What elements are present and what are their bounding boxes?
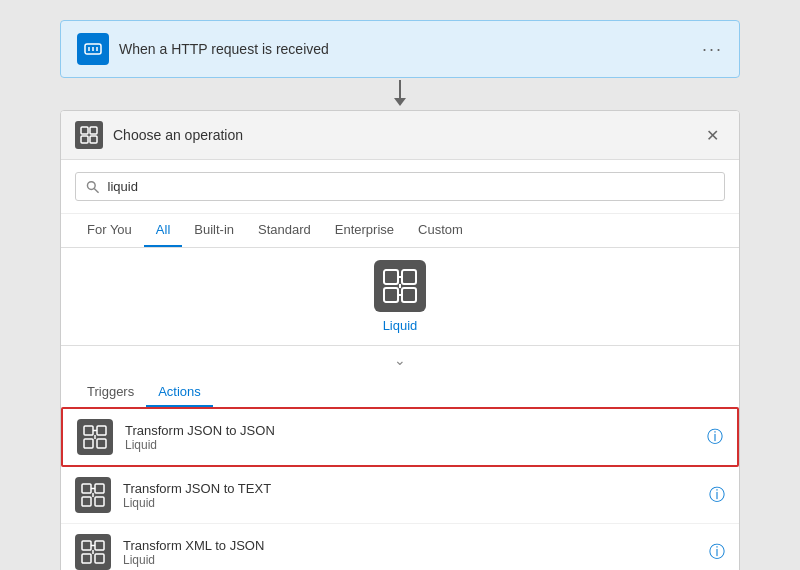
transform-json-json-icon	[83, 425, 107, 449]
flow-container: When a HTTP request is received ··· Choo…	[60, 20, 740, 570]
chevron-down-icon[interactable]: ⌄	[394, 352, 406, 368]
action-list: Transform JSON to JSON Liquid ⓘ	[61, 407, 739, 570]
arrow-head	[394, 98, 406, 106]
panel-header-icon	[75, 121, 103, 149]
tab-custom[interactable]: Custom	[406, 214, 475, 247]
svg-rect-24	[95, 484, 104, 493]
action-subtitle-3: Liquid	[123, 553, 697, 567]
svg-rect-31	[82, 554, 91, 563]
svg-rect-18	[97, 426, 106, 435]
operation-icon	[80, 126, 98, 144]
svg-rect-13	[402, 288, 416, 302]
action-title-1: Transform JSON to JSON	[125, 423, 695, 438]
action-text-2: Transform JSON to TEXT Liquid	[123, 481, 697, 510]
action-item-2[interactable]: Transform JSON to TEXT Liquid ⓘ	[61, 467, 739, 524]
svg-rect-29	[82, 541, 91, 550]
panel-header: Choose an operation ✕	[61, 111, 739, 160]
action-info-3[interactable]: ⓘ	[709, 542, 725, 563]
transform-json-text-icon	[81, 483, 105, 507]
action-item-3[interactable]: Transform XML to JSON Liquid ⓘ	[61, 524, 739, 570]
svg-rect-12	[384, 288, 398, 302]
action-info-2[interactable]: ⓘ	[709, 485, 725, 506]
trigger-card-left: When a HTTP request is received	[77, 33, 329, 65]
flow-arrow	[390, 80, 410, 108]
sub-tabs: Triggers Actions	[61, 372, 739, 407]
svg-rect-11	[402, 270, 416, 284]
action-icon-2	[75, 477, 111, 513]
tab-standard[interactable]: Standard	[246, 214, 323, 247]
arrow-line	[399, 80, 401, 98]
action-icon-1	[77, 419, 113, 455]
trigger-more-button[interactable]: ···	[702, 39, 723, 60]
action-title-2: Transform JSON to TEXT	[123, 481, 697, 496]
sub-tab-triggers[interactable]: Triggers	[75, 378, 146, 407]
trigger-card: When a HTTP request is received ···	[60, 20, 740, 78]
panel-header-left: Choose an operation	[75, 121, 243, 149]
close-button[interactable]: ✕	[700, 124, 725, 147]
svg-rect-6	[81, 136, 88, 143]
tab-for-you[interactable]: For You	[75, 214, 144, 247]
action-title-3: Transform XML to JSON	[123, 538, 697, 553]
svg-point-8	[87, 181, 95, 189]
tab-built-in[interactable]: Built-in	[182, 214, 246, 247]
svg-rect-32	[95, 554, 104, 563]
svg-rect-17	[84, 426, 93, 435]
chevron-section: ⌄	[61, 346, 739, 372]
panel-title: Choose an operation	[113, 127, 243, 143]
search-icon	[86, 180, 100, 194]
svg-rect-26	[95, 497, 104, 506]
svg-rect-4	[81, 127, 88, 134]
svg-rect-30	[95, 541, 104, 550]
tab-all[interactable]: All	[144, 214, 182, 247]
operation-panel: Choose an operation ✕ For You All Built-…	[60, 110, 740, 570]
connector-name: Liquid	[383, 318, 418, 333]
svg-rect-19	[84, 439, 93, 448]
svg-rect-20	[97, 439, 106, 448]
svg-rect-10	[384, 270, 398, 284]
http-icon	[83, 39, 103, 59]
liquid-icon-large	[382, 268, 418, 304]
trigger-title: When a HTTP request is received	[119, 41, 329, 57]
svg-rect-7	[90, 136, 97, 143]
sub-tab-actions[interactable]: Actions	[146, 378, 213, 407]
svg-rect-23	[82, 484, 91, 493]
tabs: For You All Built-in Standard Enterprise…	[61, 214, 739, 248]
svg-rect-25	[82, 497, 91, 506]
tab-enterprise[interactable]: Enterprise	[323, 214, 406, 247]
search-input-wrap	[75, 172, 725, 201]
action-info-1[interactable]: ⓘ	[707, 427, 723, 448]
action-icon-3	[75, 534, 111, 570]
search-box	[61, 160, 739, 214]
action-text-1: Transform JSON to JSON Liquid	[125, 423, 695, 452]
action-text-3: Transform XML to JSON Liquid	[123, 538, 697, 567]
svg-rect-5	[90, 127, 97, 134]
connector-section: Liquid	[61, 248, 739, 346]
action-item-1[interactable]: Transform JSON to JSON Liquid ⓘ	[61, 407, 739, 467]
action-subtitle-2: Liquid	[123, 496, 697, 510]
liquid-connector-icon[interactable]	[374, 260, 426, 312]
action-subtitle-1: Liquid	[125, 438, 695, 452]
transform-xml-json-icon	[81, 540, 105, 564]
trigger-icon	[77, 33, 109, 65]
svg-line-9	[94, 188, 98, 192]
search-input[interactable]	[108, 179, 714, 194]
